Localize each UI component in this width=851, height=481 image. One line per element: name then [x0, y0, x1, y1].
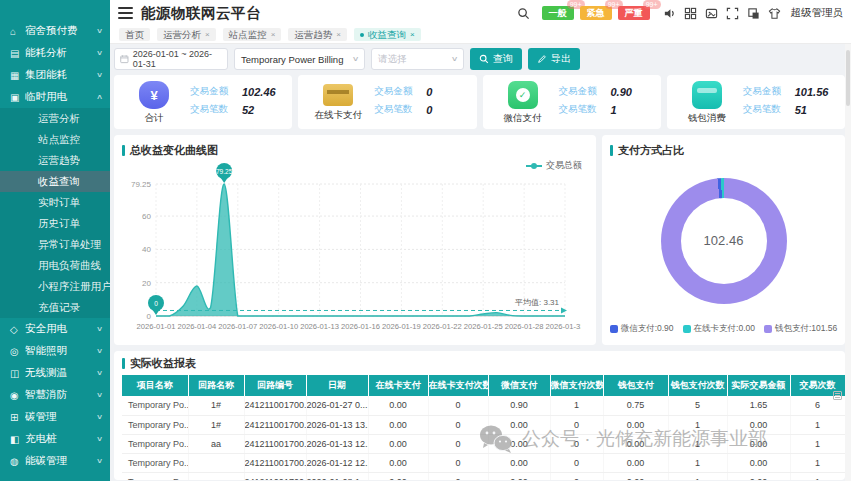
table-cell: Temporary Po... [122, 396, 188, 415]
sidebar-item-label: 能碳管理 [25, 454, 97, 468]
sidebar-item-充电桩[interactable]: ◧充电桩∨ [0, 428, 110, 450]
legend-transaction-total[interactable]: 交易总额 [526, 159, 582, 172]
user-menu[interactable]: 超级管理员 [791, 6, 844, 20]
menu-collapse-icon[interactable] [118, 7, 133, 19]
sidebar-subitem-运营趋势[interactable]: 运营趋势 [0, 150, 110, 171]
tab-运营分析[interactable]: 运营分析× [157, 28, 216, 41]
stat-value: 51 [795, 104, 807, 116]
chevron-down-icon: ∨ [96, 391, 103, 399]
stat-label: 交易笔数 [743, 103, 795, 116]
charging-pile-icon: ◧ [10, 434, 25, 445]
close-tab-icon[interactable]: × [410, 28, 415, 41]
layout-grid-icon[interactable] [684, 6, 698, 20]
column-header-微信支付次数: 微信支付次数 [550, 375, 603, 396]
sidebar-subitem-历史订单[interactable]: 历史订单 [0, 213, 110, 234]
table-cell: 2026-01-08 1... [306, 472, 368, 480]
sidebar-item-能耗分析[interactable]: ▤能耗分析∨ [0, 42, 110, 64]
chevron-down-icon: ∨ [96, 49, 103, 57]
stat-card-name: 合计 [145, 112, 164, 125]
tab-收益查询[interactable]: 收益查询× [354, 28, 421, 41]
column-header-回路名称: 回路名称 [188, 375, 244, 396]
theme-skin-icon[interactable] [768, 6, 782, 20]
table-row[interactable]: Temporary Po...1#241211001700...2026-01-… [122, 415, 845, 434]
table-cell: 0.75 [603, 396, 668, 415]
table-cell: 0 [428, 434, 488, 453]
sidebar-item-安全用电[interactable]: ◇安全用电∨ [0, 318, 110, 340]
page-scrollbar[interactable] [845, 44, 851, 481]
fullscreen-icon[interactable] [726, 6, 740, 20]
table-cell: 1 [550, 396, 603, 415]
sidebar-item-智能照明[interactable]: ◎智能照明∨ [0, 340, 110, 362]
table-row[interactable]: Temporary Po...241211001700...2026-01-12… [122, 453, 845, 472]
sidebar-subitem-运营分析[interactable]: 运营分析 [0, 108, 110, 129]
copy-layers-icon[interactable] [747, 6, 761, 20]
alarm-tag-紧急[interactable]: 紧急99+ [580, 6, 612, 20]
alarm-tag-严重[interactable]: 严重99+ [618, 6, 650, 20]
sidebar-subitem-实时订单[interactable]: 实时订单 [0, 192, 110, 213]
table-cell: 0 [550, 472, 603, 480]
table-cell: 0.00 [727, 453, 790, 472]
close-tab-icon[interactable]: × [205, 28, 210, 41]
column-header-在线卡支付次数: 在线卡支付次数 [428, 375, 488, 396]
sidebar-item-宿舍预付费[interactable]: ⌂宿舍预付费∨ [0, 20, 110, 42]
sidebar-item-label: 智能照明 [25, 344, 97, 358]
billing-type-select[interactable]: Temporary Power Billing∨ [234, 48, 365, 70]
sidebar-item-智慧消防[interactable]: ◉智慧消防∨ [0, 384, 110, 406]
circuit-select[interactable]: 请选择∨ [371, 48, 464, 70]
export-button[interactable]: 导出 [528, 48, 580, 70]
sidebar-subitem-异常订单处理[interactable]: 异常订单处理 [0, 234, 110, 255]
tab-站点监控[interactable]: 站点监控× [223, 28, 282, 41]
donut-legend-微信支付[interactable]: 微信支付:0.90 [610, 323, 674, 335]
table-cell: 0 [428, 472, 488, 480]
table-cell: 241211001700... [244, 434, 306, 453]
sidebar-subitem-小程序注册用户[interactable]: 小程序注册用户 [0, 276, 110, 297]
table-row[interactable]: Temporary Po...aa241211001700...2026-01-… [122, 434, 845, 453]
search-icon[interactable] [517, 6, 531, 20]
revenue-line-chart[interactable]: 020406079.252026-01-012026-01-042026-01-… [122, 158, 581, 336]
broadcast-icon[interactable] [663, 6, 677, 20]
table-cell: 0.00 [368, 396, 428, 415]
sidebar-item-临时用电[interactable]: ▣临时用电∧ [0, 86, 110, 108]
table-cell: 241211001700... [244, 472, 306, 480]
table-row[interactable]: Temporary Po...aa241211001700...2026-01-… [122, 472, 845, 480]
svg-text:79.25: 79.25 [216, 168, 233, 175]
sidebar: ⌂宿舍预付费∨▤能耗分析∨▦集团能耗∨▣临时用电∧运营分析站点监控运营趋势收益查… [0, 0, 110, 481]
sidebar-subitem-收益查询[interactable]: 收益查询 [0, 171, 110, 192]
table-cell: 0.00 [488, 434, 550, 453]
stat-label: 交易笔数 [190, 103, 242, 116]
sidebar-item-碳管理[interactable]: ⊞碳管理∨ [0, 406, 110, 428]
table-cell: 0 [428, 396, 488, 415]
chevron-down-icon: ∨ [96, 369, 103, 377]
table-row[interactable]: Temporary Po...1#241211001700...2026-01-… [122, 396, 845, 415]
sidebar-item-能碳管理[interactable]: ◍能碳管理∨ [0, 450, 110, 472]
table-cell: Temporary Po... [122, 434, 188, 453]
sidebar-subitem-充值记录[interactable]: 充值记录 [0, 297, 110, 318]
legend-swatch [610, 325, 618, 333]
donut-legend-钱包支付[interactable]: 钱包支付:101.56 [764, 323, 837, 335]
table-settings-icon[interactable] [833, 391, 842, 400]
close-tab-icon[interactable]: × [271, 28, 276, 41]
sidebar-item-无线测温[interactable]: ◫无线测温∨ [0, 362, 110, 384]
table-cell: 241211001700... [244, 453, 306, 472]
alarm-tag-一般[interactable]: 一般99+ [542, 6, 574, 20]
sidebar-item-label: 临时用电 [25, 90, 97, 104]
query-button[interactable]: 查询 [470, 48, 522, 70]
sidebar-subitem-站点监控[interactable]: 站点监控 [0, 129, 110, 150]
revenue-table-card: 实际收益报表 项目名称回路名称回路编号日期在线卡支付在线卡支付次数微信支付微信支… [114, 351, 845, 480]
chevron-down-icon: ∨ [96, 347, 103, 355]
donut-legend-在线卡支付[interactable]: 在线卡支付:0.00 [683, 323, 755, 335]
temporary-power-icon: ▣ [10, 92, 25, 103]
sidebar-item-label: 宿舍预付费 [25, 24, 97, 38]
sidebar-subitem-用电负荷曲线[interactable]: 用电负荷曲线 [0, 255, 110, 276]
date-range-picker[interactable]: 2026-01-01 ~ 2026-01-31 [114, 48, 228, 70]
tab-运营趋势[interactable]: 运营趋势× [288, 28, 347, 41]
table-cell: 0.00 [488, 472, 550, 480]
screenshot-icon[interactable] [705, 6, 719, 20]
sidebar-item-集团能耗[interactable]: ▦集团能耗∨ [0, 64, 110, 86]
table-cell: 0.00 [603, 453, 668, 472]
money-bag-icon: ¥ [139, 81, 169, 109]
tab-首页[interactable]: 首页 [119, 28, 150, 41]
close-tab-icon[interactable]: × [336, 28, 341, 41]
payment-donut-chart[interactable]: 102.46 [661, 178, 787, 304]
energy-carbon-icon: ◍ [10, 456, 25, 467]
